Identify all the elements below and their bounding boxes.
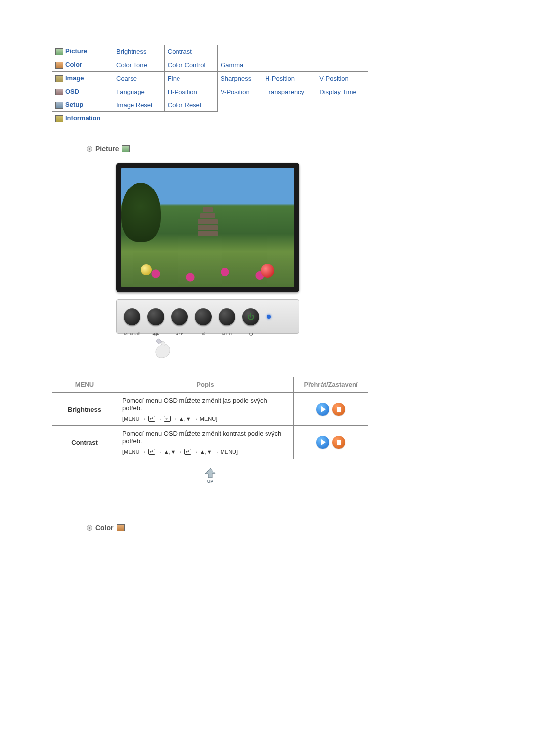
menu-category-information[interactable]: Information xyxy=(52,112,113,125)
menu-sub-link[interactable]: Fine xyxy=(168,75,180,82)
menu-category-link-color[interactable]: Color xyxy=(65,61,82,68)
picture-icon xyxy=(55,48,63,55)
col-header-menu: MENU xyxy=(52,377,117,393)
menu-sub-link[interactable]: H-Position xyxy=(168,88,197,95)
menu-category-link-image[interactable]: Image xyxy=(65,74,84,82)
picture-icon xyxy=(122,145,130,152)
section-heading-picture: Picture xyxy=(87,145,368,153)
svg-point-5 xyxy=(89,527,90,529)
color-icon xyxy=(55,62,63,69)
menu-sub-link[interactable]: Color Control xyxy=(168,61,206,69)
bullet-icon xyxy=(87,146,92,152)
monitor-preview xyxy=(116,163,299,292)
press-hint-icon xyxy=(146,337,176,362)
play-icon[interactable] xyxy=(316,403,329,416)
hw-button-label: AUTO xyxy=(222,332,232,336)
monitor-screen-image xyxy=(121,168,294,287)
hw-button-0[interactable]: MENU/⏎ xyxy=(124,308,140,325)
menu-category-osd[interactable]: OSD xyxy=(52,85,113,98)
bullet-icon xyxy=(87,525,92,531)
picture-description-table: MENU Popis Přehrát/Zastavení BrightnessP… xyxy=(52,377,368,459)
svg-marker-2 xyxy=(205,468,215,478)
svg-text:UP: UP xyxy=(207,479,214,484)
menu-category-picture[interactable]: Picture xyxy=(52,45,113,58)
section-divider xyxy=(52,504,368,504)
osd-menu-map: PictureBrightnessContrastColorColor Tone… xyxy=(52,45,368,125)
section-heading-color: Color xyxy=(87,524,368,532)
hw-button-5[interactable]: ⏻ xyxy=(242,308,259,325)
desc-row-sequence: [MENU → ↵ → ↵ → ▲,▼ → MENU] xyxy=(122,416,288,422)
desc-row-controls xyxy=(294,393,368,426)
menu-sub-link[interactable]: Sharpness xyxy=(221,75,251,82)
menu-category-link-information[interactable]: Information xyxy=(65,114,101,122)
osd-icon xyxy=(55,89,63,95)
menu-sub-link[interactable]: V-Position xyxy=(319,75,349,82)
desc-row-sequence: [MENU → ↵ → ▲,▼ → ↵ → ▲,▼ → MENU] xyxy=(122,449,288,455)
section-title: Color xyxy=(95,524,114,532)
hw-button-label: ◀/▶ xyxy=(152,332,159,336)
information-icon xyxy=(55,115,63,122)
svg-point-1 xyxy=(89,148,90,150)
menu-sub-link[interactable]: Brightness xyxy=(116,48,146,55)
menu-sub-link[interactable]: Display Time xyxy=(319,88,356,95)
menu-category-color[interactable]: Color xyxy=(52,58,113,72)
desc-row-text: Pomocí menu OSD můžete změnit jas podle … xyxy=(117,393,294,426)
hw-button-label: ▲/▼ xyxy=(175,332,184,336)
menu-sub-link[interactable]: Contrast xyxy=(168,48,192,55)
hw-button-1[interactable]: ◀/▶ xyxy=(147,308,164,325)
menu-sub-link[interactable]: Color Reset xyxy=(168,101,202,109)
desc-row-label: Contrast xyxy=(52,426,117,459)
hw-button-label: MENU/⏎ xyxy=(124,332,140,336)
hw-button-2[interactable]: ▲/▼ xyxy=(171,308,188,325)
menu-sub-link[interactable]: Transparency xyxy=(265,88,304,95)
menu-sub-link[interactable]: Color Tone xyxy=(116,61,147,69)
power-led-icon xyxy=(267,315,271,319)
color-icon xyxy=(117,524,125,531)
desc-row-text: Pomocí menu OSD můžete změnit kontrast p… xyxy=(117,426,294,459)
col-header-desc: Popis xyxy=(117,377,294,393)
hw-button-3[interactable]: ⏎ xyxy=(195,308,212,325)
setup-icon xyxy=(55,102,63,109)
menu-category-setup[interactable]: Setup xyxy=(52,98,113,112)
menu-category-image[interactable]: Image xyxy=(52,72,113,85)
back-to-top-link[interactable]: UP xyxy=(200,467,220,484)
menu-category-link-setup[interactable]: Setup xyxy=(65,101,83,108)
menu-sub-link[interactable]: Coarse xyxy=(116,75,137,82)
hw-button-4[interactable]: AUTO xyxy=(219,308,235,325)
hw-button-label: ⏎ xyxy=(202,332,205,336)
col-header-play: Přehrát/Zastavení xyxy=(294,377,368,393)
hw-button-label: ⏻ xyxy=(249,332,253,336)
menu-sub-link[interactable]: Image Reset xyxy=(116,101,153,109)
menu-sub-link[interactable]: V-Position xyxy=(221,88,250,95)
menu-sub-link[interactable]: Gamma xyxy=(221,61,243,69)
image-icon xyxy=(55,75,63,82)
menu-sub-link[interactable]: H-Position xyxy=(265,75,295,82)
menu-sub-link[interactable]: Language xyxy=(116,88,145,95)
desc-row-label: Brightness xyxy=(52,393,117,426)
desc-row-controls xyxy=(294,426,368,459)
hardware-button-panel: MENU/⏎◀/▶▲/▼⏎AUTO⏻ xyxy=(116,299,299,334)
stop-icon[interactable] xyxy=(332,436,345,449)
stop-icon[interactable] xyxy=(332,403,345,416)
menu-category-link-osd[interactable]: OSD xyxy=(65,88,79,95)
play-icon[interactable] xyxy=(316,436,329,449)
menu-category-link-picture[interactable]: Picture xyxy=(65,47,87,55)
section-title: Picture xyxy=(95,145,119,153)
